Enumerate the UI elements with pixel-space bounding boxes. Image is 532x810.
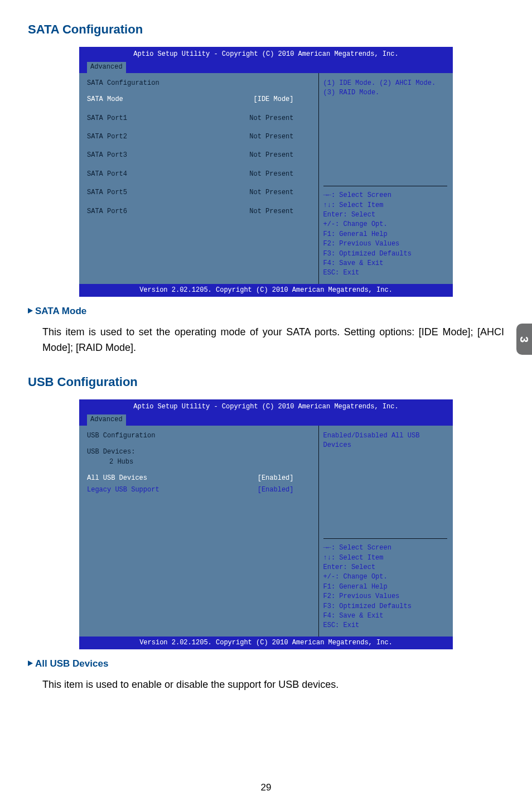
sata-port-value: Not Present bbox=[249, 114, 293, 123]
bios-footer: Version 2.02.1205. Copyright (C) 2010 Am… bbox=[79, 637, 453, 649]
sata-port-label: SATA Port5 bbox=[87, 188, 127, 197]
sata-port-value: Not Present bbox=[249, 170, 293, 179]
sata-port-label: SATA Port6 bbox=[87, 207, 127, 216]
bios-help-description: (1) IDE Mode. (2) AHCI Mode. (3) RAID Mo… bbox=[323, 79, 448, 186]
usb-item-label[interactable]: All USB Devices bbox=[87, 474, 147, 483]
bios-left-panel: USB Configuration USB Devices: 2 Hubs Al… bbox=[79, 426, 319, 637]
heading-sata: SATA Configuration bbox=[28, 22, 504, 37]
ud-arrow-icon bbox=[323, 554, 331, 562]
bios-help-keys: : Select Screen : Select Item Enter: Sel… bbox=[323, 539, 448, 631]
bios-help-description: Enabled/Disabled All USB Devices bbox=[323, 431, 448, 539]
chapter-tab: 3 bbox=[516, 324, 532, 355]
usb-devices-value: 2 Hubs bbox=[87, 457, 311, 467]
arrow-icon bbox=[28, 308, 33, 314]
bios-sata-window: Aptio Setup Utility - Copyright (C) 2010… bbox=[79, 47, 453, 297]
page-number: 29 bbox=[0, 782, 532, 793]
sata-port-label: SATA Port1 bbox=[87, 114, 127, 123]
para-sata-mode: This item is used to set the operating m… bbox=[42, 325, 504, 356]
bios-tab-advanced[interactable]: Advanced bbox=[87, 414, 126, 425]
bios-header: Aptio Setup Utility - Copyright (C) 2010… bbox=[79, 47, 453, 73]
subheading-all-usb: All USB Devices bbox=[28, 658, 504, 669]
lr-arrow-icon bbox=[323, 191, 331, 199]
sata-port-label: SATA Port2 bbox=[87, 132, 127, 142]
sata-port-value: Not Present bbox=[249, 151, 293, 160]
bios-title: Aptio Setup Utility - Copyright (C) 2010… bbox=[83, 401, 449, 413]
usb-section-label: USB Configuration bbox=[87, 431, 311, 441]
sata-port-label: SATA Port3 bbox=[87, 151, 127, 160]
ud-arrow-icon bbox=[323, 201, 331, 209]
sata-port-value: Not Present bbox=[249, 207, 293, 216]
sata-port-value: Not Present bbox=[249, 132, 293, 142]
heading-usb: USB Configuration bbox=[28, 375, 504, 389]
subheading-sata-mode: SATA Mode bbox=[28, 306, 504, 317]
bios-title: Aptio Setup Utility - Copyright (C) 2010… bbox=[83, 49, 449, 61]
bios-tab-advanced[interactable]: Advanced bbox=[87, 62, 126, 73]
lr-arrow-icon bbox=[323, 544, 331, 552]
arrow-icon bbox=[28, 660, 33, 666]
sata-section-label: SATA Configuration bbox=[87, 79, 311, 88]
para-all-usb: This item is used to enable or disable t… bbox=[42, 677, 504, 693]
bios-footer: Version 2.02.1205. Copyright (C) 2010 Am… bbox=[79, 284, 453, 297]
usb-devices-label: USB Devices: bbox=[87, 447, 311, 457]
sata-port-label: SATA Port4 bbox=[87, 170, 127, 179]
usb-item-label[interactable]: Legacy USB Support bbox=[87, 485, 159, 495]
bios-left-panel: SATA Configuration SATA Mode [IDE Mode] … bbox=[79, 73, 319, 284]
sata-port-value: Not Present bbox=[249, 188, 293, 197]
bios-help-keys: : Select Screen : Select Item Enter: Sel… bbox=[323, 186, 448, 278]
bios-header: Aptio Setup Utility - Copyright (C) 2010… bbox=[79, 399, 453, 426]
bios-usb-window: Aptio Setup Utility - Copyright (C) 2010… bbox=[79, 399, 453, 649]
sata-mode-value[interactable]: [IDE Mode] bbox=[253, 95, 293, 104]
usb-item-value[interactable]: [Enabled] bbox=[258, 474, 294, 483]
sata-mode-label[interactable]: SATA Mode bbox=[87, 95, 123, 104]
usb-item-value[interactable]: [Enabled] bbox=[258, 485, 294, 495]
